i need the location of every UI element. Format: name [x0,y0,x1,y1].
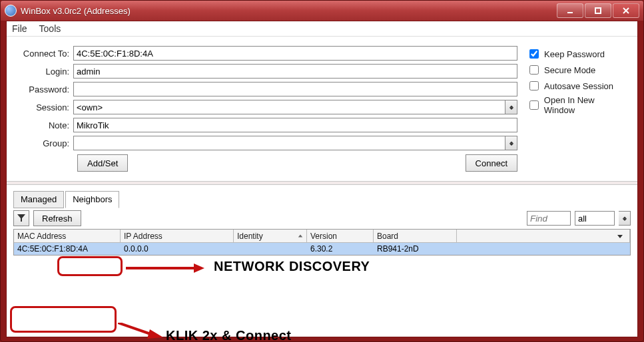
col-mac[interactable]: MAC Address [14,230,121,243]
col-ip[interactable]: IP Address [121,230,234,243]
svg-marker-8 [17,214,25,222]
table-row[interactable]: 4C:5E:0C:F1:8D:4A 0.0.0.0 6.30.2 RB941-2… [14,243,630,255]
filter-all-combo[interactable] [575,211,615,226]
new-window-label: Open In New Window [544,95,627,115]
connect-to-input[interactable] [73,46,517,61]
col-menu[interactable] [457,230,630,243]
cell-board: RB941-2nD [374,243,457,255]
svg-marker-11 [298,234,302,237]
tab-managed[interactable]: Managed [13,191,64,208]
menubar: File Tools [7,21,637,37]
window-title: WinBox v3.0rc2 (Addresses) [21,6,131,16]
menu-file[interactable]: File [12,23,27,34]
menu-tools[interactable]: Tools [39,23,61,34]
group-input[interactable] [73,136,505,150]
label-group: Group: [17,138,73,148]
svg-marker-5 [509,108,513,110]
label-connect-to: Connect To: [17,49,73,59]
tab-neighbors[interactable]: Neighbors [65,191,119,208]
label-login: Login: [17,67,73,77]
label-password: Password: [17,85,73,94]
svg-marker-6 [509,142,513,144]
col-identity[interactable]: Identity [234,230,307,243]
login-input[interactable] [73,64,517,79]
filter-all-dropdown[interactable] [619,211,631,226]
autosave-checkbox[interactable] [529,81,539,90]
maximize-button[interactable] [585,3,611,18]
cell-ip: 0.0.0.0 [121,243,234,255]
label-note: Note: [17,120,73,130]
add-set-button[interactable]: Add/Set [77,154,128,172]
minimize-button[interactable] [557,3,583,18]
password-input[interactable] [73,82,517,96]
svg-marker-9 [622,217,626,219]
find-input[interactable] [527,211,571,226]
titlebar[interactable]: WinBox v3.0rc2 (Addresses) [1,1,643,21]
col-version[interactable]: Version [307,230,374,243]
cell-mac: 4C:5E:0C:F1:8D:4A [14,243,121,255]
session-input[interactable] [73,100,505,114]
label-session: Session: [17,102,73,112]
cell-version: 6.30.2 [307,243,374,255]
secure-mode-checkbox[interactable] [529,65,539,75]
new-window-checkbox[interactable] [529,100,539,110]
svg-rect-1 [595,8,601,13]
group-dropdown-button[interactable] [505,136,517,150]
cell-identity [234,243,307,255]
close-button[interactable] [613,3,639,18]
svg-marker-4 [509,106,513,108]
autosave-label: Autosave Session [544,81,613,91]
refresh-button[interactable]: Refresh [33,210,81,226]
secure-mode-label: Secure Mode [544,65,595,75]
session-dropdown-button[interactable] [505,100,517,114]
connect-button[interactable]: Connect [466,154,517,172]
neighbor-grid: MAC Address IP Address Identity Version … [13,229,631,256]
keep-password-checkbox[interactable] [529,49,539,59]
svg-marker-7 [509,144,513,146]
filter-icon[interactable] [13,210,29,226]
svg-marker-10 [622,219,626,221]
note-input[interactable] [73,118,517,132]
app-icon [5,5,17,17]
keep-password-label: Keep Password [544,49,605,59]
svg-marker-12 [617,235,623,238]
col-board[interactable]: Board [374,230,457,243]
